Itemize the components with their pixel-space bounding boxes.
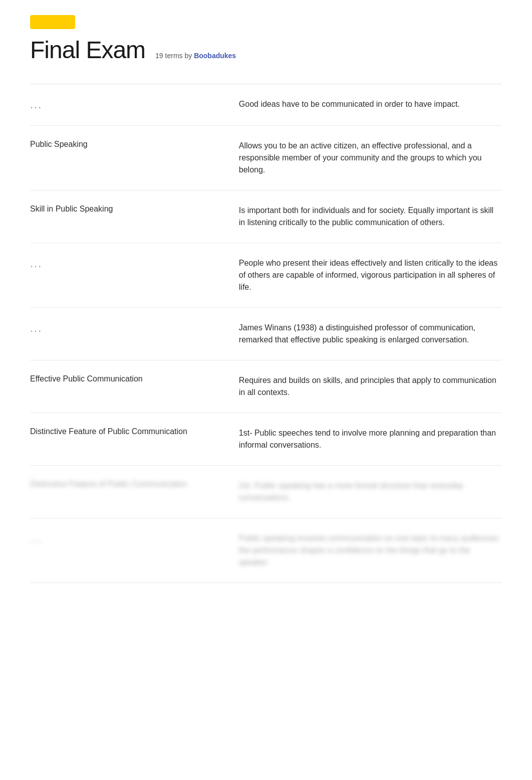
quizlet-logo (30, 15, 75, 29)
definition-cell: Allows you to be an active citizen, an e… (239, 140, 502, 176)
definition-cell: Is important both for individuals and fo… (239, 205, 502, 229)
term-cell: ... (30, 98, 219, 111)
definition-cell: James Winans (1938) a distinguished prof… (239, 322, 502, 346)
term-cell: ... (30, 532, 219, 568)
term-cell: Skill in Public Speaking (30, 205, 219, 229)
logo-area (30, 15, 502, 31)
definition-cell: People who present their ideas effective… (239, 257, 502, 293)
term-cell: Distinctive Feature of Public Communicat… (30, 480, 219, 504)
page-title: Final Exam (30, 36, 145, 64)
term-cell: Public Speaking (30, 140, 219, 176)
terms-table: ...Good ideas have to be communicated in… (30, 84, 502, 583)
term-cell: ... (30, 257, 219, 293)
terms-count: 19 terms (155, 52, 182, 60)
definition-cell: Good ideas have to be communicated in or… (239, 98, 502, 111)
term-row: Public SpeakingAllows you to be an activ… (30, 126, 502, 190)
term-cell: Effective Public Communication (30, 374, 219, 399)
page-wrapper: Final Exam 19 terms by Boobadukes ...Goo… (0, 0, 532, 613)
term-cell: ... (30, 322, 219, 346)
definition-cell: 2st- Public speaking has a more formal s… (239, 480, 502, 504)
term-row: Effective Public CommunicationRequires a… (30, 360, 502, 413)
header-section: Final Exam 19 terms by Boobadukes (30, 36, 502, 69)
term-row: ...Good ideas have to be communicated in… (30, 84, 502, 126)
term-cell: Distinctive Feature of Public Communicat… (30, 427, 219, 451)
author-name: Boobadukes (194, 52, 236, 60)
term-row: Skill in Public SpeakingIs important bot… (30, 190, 502, 243)
term-row: ...James Winans (1938) a distinguished p… (30, 308, 502, 360)
term-row: ...Public speaking involves communicatio… (30, 518, 502, 583)
meta-info: 19 terms by Boobadukes (155, 52, 236, 60)
term-row: Distinctive Feature of Public Communicat… (30, 466, 502, 518)
term-row: Distinctive Feature of Public Communicat… (30, 413, 502, 466)
definition-cell: 1st- Public speeches tend to involve mor… (239, 427, 502, 451)
definition-cell: Public speaking involves communication o… (239, 532, 502, 568)
term-row: ...People who present their ideas effect… (30, 243, 502, 308)
definition-cell: Requires and builds on skills, and princ… (239, 374, 502, 399)
by-label: by (184, 52, 194, 60)
